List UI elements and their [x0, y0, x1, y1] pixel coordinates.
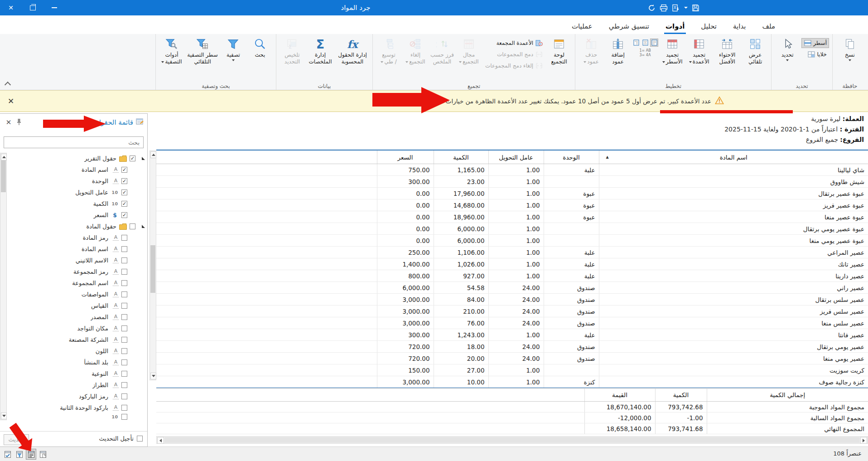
manage-summaries-button[interactable]: Σ إدارة الملخصات	[306, 36, 334, 65]
field-list-scrollbar[interactable]	[0, 153, 7, 420]
unmerge-groups-button[interactable]: إلغاء دمج المجموعات	[483, 61, 545, 71]
checkbox-unchecked[interactable]	[121, 291, 127, 297]
table-row[interactable]: كريت سوزيت1.0027.00150.00	[156, 364, 868, 376]
tab-item[interactable]: تنسيق شرطي	[609, 22, 649, 30]
group-range-button[interactable]: مجال التجميع	[456, 36, 482, 65]
auto-view-button[interactable]: عرض تلقائي	[743, 36, 768, 65]
checkbox-unchecked[interactable]	[121, 303, 127, 309]
checkbox-unchecked[interactable]	[121, 337, 127, 343]
panel-scroll-thumb[interactable]	[1, 160, 6, 192]
table-row[interactable]: عصير يومي برتقالصندوق24.0018.00720.00	[156, 341, 868, 353]
field-row[interactable]: ✓10الكمية	[7, 198, 147, 209]
table-row[interactable]: عصير رانيصندوق24.0054.586,000.00	[156, 282, 868, 294]
defer-update-option[interactable]: تأجيل التحديث	[99, 435, 143, 442]
freeze-columns-button[interactable]: تجميد الأعمدة	[686, 36, 712, 65]
copy-button[interactable]: نسخ	[836, 36, 864, 61]
checkbox-unchecked[interactable]	[121, 257, 127, 263]
calculated-fields-button[interactable]: fx إدارة الحقول المحسوبة	[336, 36, 369, 65]
field-row[interactable]: Aرمز المادة	[7, 232, 147, 243]
field-row[interactable]: Aالقياس	[7, 300, 147, 311]
table-row[interactable]: عبوة عصير يومي منغا1.006,000.000.00	[156, 235, 868, 247]
close-window-icon[interactable]: ✕	[0, 0, 22, 15]
band-layout-icon-3[interactable]	[632, 39, 640, 47]
table-row[interactable]: شيش طاووق1.0023.00300.00	[156, 176, 868, 188]
field-row[interactable]: Aالطراز	[7, 379, 147, 391]
auto-filter-row-button[interactable]: سطر التصفية التلقائي	[186, 36, 219, 65]
checkbox-unchecked[interactable]	[121, 280, 127, 286]
checkbox-unchecked[interactable]	[121, 325, 127, 331]
checkbox-unchecked[interactable]	[121, 246, 127, 252]
column-header-conversion-factor[interactable]: عامل التحويل	[488, 150, 544, 164]
field-row[interactable]: Aالنوعية	[7, 368, 147, 379]
field-row[interactable]: 10	[7, 413, 147, 420]
table-row[interactable]: كنزة رجالية صوفكنزة1.0010.003,000.00	[156, 376, 868, 388]
table-row[interactable]: عصير داريناعلبة1.00927.00800.00	[156, 270, 868, 282]
panel-toggle-filter-icon[interactable]	[14, 449, 24, 460]
cells-toggle-button[interactable]: خلايا	[801, 49, 829, 59]
field-search-input[interactable]	[4, 136, 144, 148]
panel-pin-icon[interactable]	[16, 118, 22, 127]
restore-window-icon[interactable]	[22, 0, 43, 15]
checkbox-unchecked[interactable]	[121, 405, 127, 411]
tab-item[interactable]: بداية	[733, 22, 746, 30]
table-row[interactable]: عصير سلس فريزصندوق24.00210.003,000.00	[156, 306, 868, 317]
freeze-rows-button[interactable]: تجميد الأسطر	[660, 36, 685, 65]
select-button[interactable]: تحديد	[775, 36, 800, 61]
tab-item[interactable]: عمليات	[572, 22, 593, 30]
expand-collapse-button[interactable]: توسيع / طي	[376, 36, 401, 65]
band-layout-icon-1[interactable]	[650, 39, 658, 47]
checkbox-checked[interactable]: ✓	[121, 189, 127, 195]
table-row[interactable]: عصير سلس برتقالصندوق24.0084.003,000.00	[156, 294, 868, 306]
grouped-columns-button[interactable]: الأعمدة المجمعة	[483, 38, 545, 48]
table-row[interactable]: عبوة عصير منغاعبوة1.0018,960.000.00	[156, 211, 868, 223]
field-row[interactable]: Aبلد المنشأ	[7, 357, 147, 368]
warning-close-icon[interactable]: ✕	[6, 96, 16, 106]
checkbox-unchecked[interactable]	[121, 269, 127, 275]
table-row[interactable]: عصير فانتاعلبة1.001,243.00300.00	[156, 329, 868, 341]
checkbox-checked[interactable]: ✓	[121, 178, 127, 184]
checkbox-unchecked[interactable]	[121, 371, 127, 377]
table-row[interactable]: عبوة عصير يومي برتقال1.006,000.000.00	[156, 223, 868, 235]
panel-toggle-check-icon[interactable]	[2, 449, 13, 460]
field-row[interactable]: ✓10عامل التحويل	[7, 187, 147, 198]
checkbox-unchecked[interactable]	[121, 235, 127, 241]
table-row[interactable]: عبوة عصير فريزعبوة1.0014,680.000.00	[156, 199, 868, 211]
column-header-quantity[interactable]: الكمية	[434, 150, 488, 164]
table-row[interactable]: عصير سلس منغاصندوق24.0076.003,000.00	[156, 317, 868, 329]
checkbox-unchecked[interactable]	[121, 382, 127, 388]
vertical-scroll-thumb[interactable]	[150, 245, 155, 293]
tab-item[interactable]: ملف	[762, 22, 775, 30]
ungroup-button[interactable]: إلغاء التجميع	[403, 36, 428, 65]
scroll-down-icon[interactable]	[150, 373, 156, 379]
table-row[interactable]: عصير المراعيعلبة1.001,106.00250.00	[156, 247, 868, 258]
field-row[interactable]: Aالمواصفات	[7, 289, 147, 300]
numbering-icon[interactable]: 1= AB 3= 4A	[640, 49, 651, 57]
sort-by-summary-button[interactable]: Σ فرز حسب الملخص	[429, 36, 455, 65]
scroll-up-icon[interactable]	[150, 151, 156, 158]
expand-icon[interactable]	[142, 157, 145, 160]
field-row[interactable]: ✓Aالوحدة	[7, 175, 147, 187]
expand-icon[interactable]	[142, 225, 145, 228]
scroll-left-icon[interactable]	[157, 437, 164, 444]
field-row[interactable]: Aالشركة المصنعة	[7, 334, 147, 345]
merge-groups-button[interactable]: دمج المجموعات	[483, 49, 545, 59]
field-row[interactable]: Aباركود الوحدة الثانية	[7, 402, 147, 413]
horizontal-scroll-thumb[interactable]	[164, 437, 860, 443]
column-header-material-name[interactable]: اسم المادة▲	[599, 150, 868, 164]
band-layout-icon-2[interactable]	[641, 39, 649, 47]
field-row[interactable]: Aاسم المادة	[7, 243, 147, 255]
export-excel-icon[interactable]: X	[672, 4, 680, 12]
tab-item[interactable]: تحليل	[701, 22, 717, 30]
best-fit-button[interactable]: الاحتواء الأفضل	[713, 36, 741, 65]
checkbox-checked[interactable]: ✓	[130, 155, 135, 161]
checkbox-checked[interactable]: ✓	[121, 212, 127, 218]
field-row[interactable]: Aرمز المجموعة	[7, 266, 147, 277]
filter-button[interactable]: تصفية	[221, 36, 246, 61]
field-row[interactable]: Aاسم المجموعة	[7, 277, 147, 289]
table-row[interactable]: شاي لياليناعلبة1.001,165.00750.00	[156, 164, 868, 176]
checkbox-checked[interactable]: ✓	[121, 167, 127, 173]
delete-column-button[interactable]: حذف عمود	[579, 36, 604, 65]
checkbox-unchecked[interactable]	[121, 314, 127, 320]
export-dropdown-icon[interactable]	[684, 7, 688, 9]
column-header-price[interactable]: السعر	[377, 150, 434, 164]
